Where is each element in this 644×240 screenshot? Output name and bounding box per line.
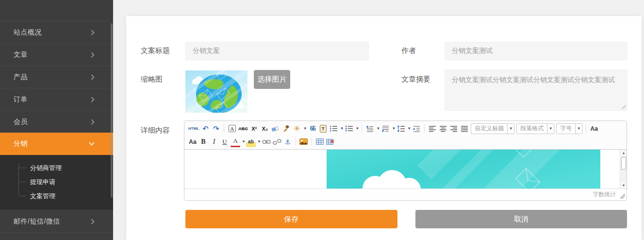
blockquote-icon[interactable]: 66 [308, 123, 317, 134]
paste-text-icon[interactable]: T [320, 125, 327, 133]
letter-case-icon[interactable]: Aa [188, 137, 198, 147]
toolbar-row-1: HTML ↶ ↷ A ABC X² X₂ ✳ ▼ 66 T [187, 122, 624, 135]
sidebar-item-distribution[interactable]: 分销 [0, 133, 113, 155]
toolbar-separator [586, 124, 586, 133]
paragraph-format-select[interactable]: 段落格式 ▼ [516, 123, 554, 134]
save-button[interactable]: 保存 [185, 210, 397, 228]
custom-title-select-arrow[interactable]: ▼ [507, 124, 514, 134]
align-center-icon[interactable] [438, 123, 448, 134]
bold-icon[interactable]: B [198, 137, 208, 147]
submenu-item-distributor-management[interactable]: 分销商管理 [0, 161, 113, 175]
indent-icon[interactable] [412, 123, 421, 134]
font-size-select[interactable]: 字号 ▼ [556, 123, 582, 134]
editor-resize-grip[interactable] [620, 194, 625, 199]
case-change-icon[interactable]: Aa [589, 123, 599, 134]
sidebar-item-site-overview[interactable]: 站点概况 [0, 21, 113, 43]
sidebar-item-articles[interactable]: 文章 [0, 43, 113, 66]
align-justify-icon[interactable] [460, 123, 469, 134]
subscript-icon[interactable]: X₂ [260, 123, 270, 134]
font-size-select-value: 字号 [557, 124, 575, 133]
font-color-icon[interactable]: A [231, 137, 240, 147]
sidebar-item-products[interactable]: 产品 [0, 66, 113, 88]
paragraph-spacing-top-icon[interactable] [365, 123, 375, 134]
line-height-dropdown-arrow[interactable]: ▼ [407, 126, 411, 131]
submenu-branch-line [18, 196, 26, 196]
submenu-item-label: 文案管理 [30, 192, 55, 201]
autotypeset-icon[interactable]: ✳ [292, 123, 302, 134]
sidebar-item-label: 站点概况 [14, 28, 42, 37]
unordered-list-dropdown-arrow[interactable]: ▼ [356, 126, 360, 131]
paragraph-spacing-top-dropdown-arrow[interactable]: ▼ [376, 126, 380, 131]
unordered-list-icon[interactable] [345, 123, 354, 134]
thumbnail-label: 缩略图 [141, 75, 163, 84]
insert-table-icon[interactable] [315, 137, 325, 147]
highlight-color-dropdown-arrow[interactable]: ▼ [257, 139, 261, 144]
sidebar-item-label: 文章 [14, 51, 28, 59]
chevron-right-icon [89, 219, 94, 224]
sidebar-item-members[interactable]: 会员 [0, 110, 113, 133]
underline-icon[interactable]: U [220, 137, 230, 147]
sidebar: 站点概况 文章 产品 订单 会员 分销 分销商管理 提现申请 文案管理 [0, 0, 113, 240]
autotypeset-dropdown-arrow[interactable]: ▼ [303, 126, 307, 131]
custom-title-select[interactable]: 自定义标题 ▼ [471, 123, 514, 134]
thumbnail-globe-illustration [185, 70, 248, 113]
chevron-right-icon [89, 30, 94, 35]
scrollbar-thumb[interactable] [621, 157, 626, 170]
anchor-icon[interactable]: ⚓ [283, 137, 293, 147]
sidebar-header [0, 0, 113, 21]
redo-icon[interactable]: ↷ [211, 123, 221, 134]
strikethrough-icon[interactable]: ABC [238, 123, 248, 134]
editor-scrollbar[interactable]: ▲ ▼ [620, 150, 627, 189]
submenu-branch-line [18, 168, 26, 168]
sidebar-item-orders[interactable]: 订单 [0, 88, 113, 110]
font-color-dropdown-arrow[interactable]: ▼ [242, 139, 246, 144]
paragraph-format-select-arrow[interactable]: ▼ [547, 124, 554, 134]
copy-title-label: 文案标题 [141, 46, 170, 55]
submenu-item-label: 分销商管理 [30, 164, 62, 172]
eraser-icon[interactable] [271, 123, 281, 134]
insert-image-icon[interactable] [299, 137, 309, 147]
sidebar-scrollbar[interactable] [111, 23, 113, 198]
summary-textarea[interactable]: 分销文案测试分销文案测试分销文案测试分销文案测试 [445, 69, 627, 111]
undo-icon[interactable]: ↶ [200, 123, 210, 134]
highlight-color-icon[interactable]: ab [246, 137, 256, 147]
link-icon[interactable] [262, 137, 271, 147]
sidebar-item-email-sms-wechat[interactable]: 邮件/短信/微信 [0, 210, 113, 232]
chevron-right-icon [89, 119, 94, 124]
align-left-icon[interactable] [428, 123, 437, 134]
paragraph-spacing-bottom-icon[interactable] [380, 123, 390, 134]
sidebar-item-label: 邮件/短信/微信 [14, 217, 60, 226]
unlink-icon[interactable] [272, 137, 282, 147]
scroll-up-icon[interactable]: ▲ [620, 150, 627, 156]
ordered-list-dropdown-arrow[interactable]: ▼ [340, 126, 344, 131]
chevron-down-icon [89, 140, 94, 145]
toolbar-separator [296, 137, 296, 146]
editor-content-area[interactable]: ▲ ▼ [184, 150, 627, 189]
align-right-icon[interactable] [449, 123, 459, 134]
content-card: 文案标题 作者 缩略图 [126, 16, 642, 240]
author-input[interactable] [445, 42, 627, 60]
detail-content-label: 详细内容 [141, 126, 170, 135]
thumbnail-image [185, 70, 248, 113]
superscript-icon[interactable]: X² [249, 123, 259, 134]
source-code-icon[interactable]: HTML [188, 123, 199, 134]
format-brush-icon[interactable] [281, 123, 291, 134]
ordered-list-icon[interactable] [329, 123, 339, 134]
choose-image-button[interactable]: 选择图片 [254, 70, 290, 89]
font-name-icon[interactable]: A [229, 125, 236, 132]
submenu-branch-line [18, 182, 26, 182]
delete-table-icon[interactable] [326, 137, 335, 147]
word-count-label: 字数统计 [593, 190, 616, 199]
editor-toolbar: HTML ↶ ↷ A ABC X² X₂ ✳ ▼ 66 T [184, 121, 627, 150]
paragraph-spacing-bottom-dropdown-arrow[interactable]: ▼ [392, 126, 396, 131]
scroll-down-icon[interactable]: ▼ [620, 182, 627, 189]
font-size-select-arrow[interactable]: ▼ [575, 124, 582, 134]
line-height-icon[interactable] [396, 123, 406, 134]
submenu-item-withdrawal-application[interactable]: 提现申请 [0, 175, 113, 189]
sidebar-item-label: 分销 [14, 139, 28, 148]
submenu-item-copy-management[interactable]: 文案管理 [0, 189, 113, 203]
cancel-button[interactable]: 取消 [415, 210, 627, 228]
custom-title-select-value: 自定义标题 [471, 124, 507, 133]
italic-icon[interactable]: I [209, 137, 219, 147]
copy-title-input[interactable] [185, 42, 369, 60]
